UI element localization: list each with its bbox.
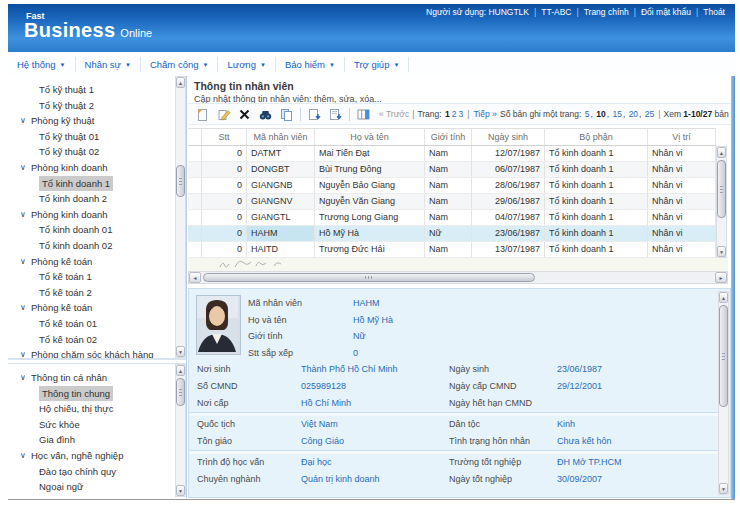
org-tree-item-7[interactable]: Tổ kinh doanh 2 — [8, 191, 186, 207]
table-row[interactable]: 0GIANGNVNguyễn Văn GiangNam29/06/1987Tổ … — [188, 194, 716, 210]
nav-tree-item-5[interactable]: ∨Học vấn, nghề nghiệp — [8, 448, 186, 464]
cell-pos: Nhân vi — [648, 178, 716, 193]
scrollbar-thumb[interactable] — [717, 160, 726, 218]
next-page-button[interactable]: Tiếp » — [473, 109, 496, 119]
org-tree-item-6[interactable]: Tổ kinh doanh 1 — [8, 176, 186, 192]
table-row[interactable]: 0DATMTMai Tiến ĐạtNam12/07/1987Tổ kinh d… — [188, 146, 716, 162]
page-number-2[interactable]: 2 — [452, 109, 457, 119]
column-header-name[interactable]: Họ và tên — [315, 129, 425, 145]
cell-dept: Tổ kinh doanh 1 — [545, 194, 648, 209]
export-icon[interactable] — [307, 107, 322, 122]
menu-item-3[interactable]: Lương▼ — [218, 57, 275, 72]
org-tree-item-17[interactable]: ∨Phòng chăm sóc khách hàng — [8, 347, 186, 360]
header-link--i-m-t-kh-u[interactable]: Đổi mật khẩu — [641, 7, 691, 17]
scrollbar-thumb[interactable] — [176, 378, 185, 406]
export-alt-icon[interactable] — [328, 107, 343, 122]
page-size-5[interactable]: 5 — [585, 109, 590, 119]
menu-item-5[interactable]: Trợ giúp▼ — [345, 57, 409, 72]
org-tree-item-10[interactable]: Tổ kinh doanh 02 — [8, 238, 186, 254]
org-tree-item-0[interactable]: Tổ kỹ thuật 1 — [8, 82, 186, 98]
table-row[interactable]: 0GIANGNBNguyễn Bảo GiangNam28/06/1987Tổ … — [188, 178, 716, 194]
header-link-trang-ch-nh[interactable]: Trang chính — [584, 7, 629, 17]
field-label: Ngày sinh — [449, 361, 489, 378]
scroll-left-icon[interactable]: ◄ — [189, 272, 201, 283]
search-icon[interactable] — [258, 107, 273, 122]
column-header-gender[interactable]: Giới tính — [425, 129, 472, 145]
table-horizontal-scrollbar[interactable]: ◄ ► — [188, 271, 728, 284]
org-tree-item-9[interactable]: Tổ kinh doanh 01 — [8, 222, 186, 238]
scroll-right-icon[interactable]: ► — [715, 272, 727, 283]
column-header-pos[interactable]: Vị trí — [648, 129, 716, 145]
edit-icon[interactable] — [216, 107, 231, 122]
page-size-25[interactable]: 25 — [645, 109, 654, 119]
nav-tree-item-8[interactable]: Bồi dưỡng nghiệp vụ chuyên môn — [8, 495, 186, 497]
column-header-dob[interactable]: Ngày sinh — [472, 129, 545, 145]
nav-tree-item-7[interactable]: Ngoại ngữ — [8, 479, 186, 495]
table-row[interactable]: 0GIANGTLTrương Long GiangNam04/07/1987Tổ… — [188, 210, 716, 226]
scrollbar-thumb[interactable] — [176, 165, 185, 197]
table-scrollbar[interactable]: ▲ ▼ — [716, 146, 727, 258]
scrollbar-thumb[interactable] — [203, 273, 535, 282]
column-header-dept[interactable]: Bộ phận — [545, 129, 648, 145]
logo-business: Business — [24, 19, 115, 41]
org-tree-item-11[interactable]: ∨Phòng kế toán — [8, 254, 186, 270]
org-tree-item-5[interactable]: ∨Phòng kinh doanh — [8, 160, 186, 176]
menu-item-1[interactable]: Nhân sự▼ — [76, 57, 141, 72]
nav-tree-item-3[interactable]: Sức khỏe — [8, 417, 186, 433]
copy-icon[interactable] — [279, 107, 294, 122]
nav-tree-item-1[interactable]: Thông tin chung — [8, 386, 186, 402]
nav-tree-scrollbar[interactable]: ▲ ▼ — [175, 364, 186, 497]
page-size-20[interactable]: 20 — [629, 109, 638, 119]
org-tree-item-8[interactable]: ∨Phòng kinh doanh — [8, 207, 186, 223]
add-icon[interactable] — [195, 107, 210, 122]
page-size-15[interactable]: 15 — [612, 109, 621, 119]
prev-page-button[interactable]: « Trước — [379, 109, 409, 119]
org-tree-item-4[interactable]: Tổ kỹ thuật 02 — [8, 144, 186, 160]
chevron-down-icon: ▼ — [203, 62, 209, 68]
org-tree-item-12[interactable]: Tổ kế toán 1 — [8, 269, 186, 285]
table-row[interactable]: 0DONGBTBùi Trung ĐôngNam06/07/1987Tổ kin… — [188, 162, 716, 178]
columns-icon[interactable] — [356, 107, 371, 122]
scroll-down-icon[interactable]: ▼ — [717, 246, 726, 257]
detail-summary-row: Giới tínhNữ — [248, 328, 393, 345]
org-tree-item-3[interactable]: Tổ kỹ thuật 01 — [8, 129, 186, 145]
scroll-down-icon[interactable]: ▼ — [176, 346, 185, 357]
scroll-up-icon[interactable]: ▲ — [176, 77, 185, 88]
column-header-select[interactable] — [188, 129, 202, 145]
page-number-1[interactable]: 1 — [445, 109, 450, 119]
menu-item-0[interactable]: Hệ thống▼ — [8, 57, 76, 72]
header-link-tt-abc[interactable]: TT-ABC — [541, 7, 571, 17]
table-row[interactable]: 0HAHMHồ Mỹ HàNữ23/06/1987Tổ kinh doanh 1… — [188, 226, 716, 242]
menu-item-4[interactable]: Bảo hiểm▼ — [276, 57, 345, 72]
scrollbar-thumb[interactable] — [719, 305, 728, 407]
delete-icon[interactable] — [237, 107, 252, 122]
nav-tree-item-4[interactable]: Gia đình — [8, 432, 186, 448]
org-tree-item-16[interactable]: Tổ kế toán 02 — [8, 332, 186, 348]
scroll-up-icon[interactable]: ▲ — [719, 292, 728, 303]
org-tree-item-13[interactable]: Tổ kế toán 2 — [8, 285, 186, 301]
column-header-code[interactable]: Mã nhân viên — [247, 129, 315, 145]
org-tree-item-15[interactable]: Tổ kế toán 01 — [8, 316, 186, 332]
scroll-up-icon[interactable]: ▲ — [717, 147, 726, 158]
header-link-tho-t[interactable]: Thoát — [703, 7, 725, 17]
nav-tree-item-0[interactable]: ∨Thông tin cá nhân — [8, 370, 186, 386]
field-label: Trình độ học vấn — [197, 454, 264, 471]
page-number-3[interactable]: 3 — [458, 109, 463, 119]
scroll-down-icon[interactable]: ▼ — [719, 483, 728, 494]
nav-tree-item-2[interactable]: Hộ chiếu, thị thực — [8, 401, 186, 417]
pager-separator: | — [412, 109, 414, 119]
record-suffix: bản — [712, 109, 729, 119]
field-value: Thành Phố Hồ Chí Minh — [301, 361, 398, 378]
table-row[interactable]: 0HAITDTrương Đức HảiNam13/07/1987Tổ kinh… — [188, 242, 716, 258]
scroll-up-icon[interactable]: ▲ — [176, 365, 185, 376]
scroll-down-icon[interactable]: ▼ — [176, 485, 185, 496]
page-size-10[interactable]: 10 — [596, 109, 605, 119]
column-header-stt[interactable]: Stt — [202, 129, 247, 145]
menu-item-2[interactable]: Chấm công▼ — [141, 57, 219, 72]
org-tree-scrollbar[interactable]: ▲ ▼ — [175, 76, 186, 358]
detail-scrollbar[interactable]: ▲ ▼ — [718, 291, 729, 495]
org-tree-item-2[interactable]: ∨Phòng kỹ thuật — [8, 113, 186, 129]
nav-tree-item-6[interactable]: Đào tạo chính quy — [8, 464, 186, 480]
org-tree-item-1[interactable]: Tổ kỹ thuật 2 — [8, 98, 186, 114]
org-tree-item-14[interactable]: ∨Phòng kế toán — [8, 300, 186, 316]
